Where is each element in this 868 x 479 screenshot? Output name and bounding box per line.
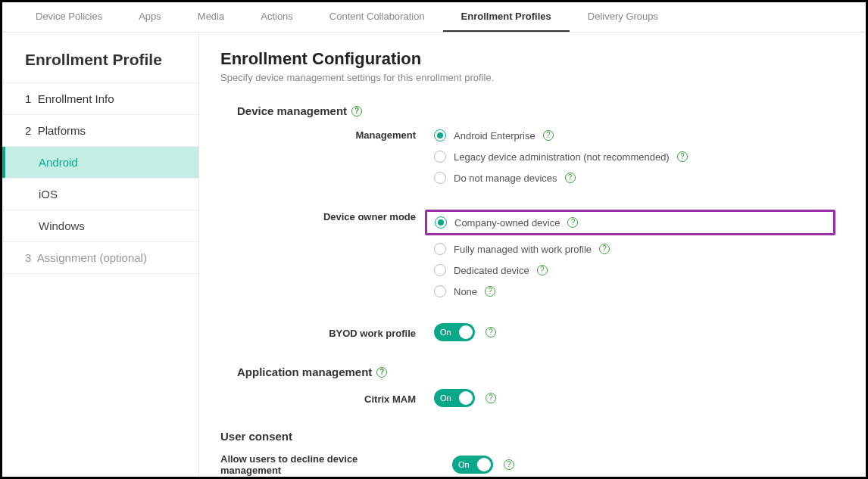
toggle-label: On: [452, 460, 470, 469]
section-application-management: Application management: [237, 365, 835, 378]
help-icon[interactable]: [537, 265, 548, 275]
tab-actions[interactable]: Actions: [242, 2, 311, 32]
radio-icon: [434, 285, 446, 297]
help-icon[interactable]: [543, 130, 554, 141]
step-assignment[interactable]: 3 Assignment (optional): [2, 242, 198, 274]
step-label: Enrollment Info: [38, 92, 114, 105]
section-heading-label: Application management: [237, 365, 372, 378]
toggle-byod[interactable]: On: [434, 323, 475, 341]
radio-label: Company-owned device: [454, 217, 560, 229]
tab-delivery-groups[interactable]: Delivery Groups: [570, 2, 676, 32]
toggle-label: On: [434, 393, 451, 403]
radio-android-enterprise[interactable]: Android Enterprise: [434, 128, 835, 143]
page-title: Enrollment Configuration: [220, 49, 835, 69]
radio-none[interactable]: None: [434, 284, 835, 299]
step-platforms[interactable]: 2 Platforms: [2, 115, 198, 147]
radio-icon: [434, 172, 446, 184]
radio-label: Do not manage devices: [454, 173, 557, 184]
highlight-company-owned: Company-owned device: [425, 210, 835, 235]
section-heading-label: User consent: [220, 430, 292, 443]
help-icon[interactable]: [567, 217, 578, 228]
radio-label: Fully managed with work profile: [454, 244, 592, 255]
help-icon[interactable]: [351, 106, 362, 117]
section-device-management: Device management: [237, 104, 835, 117]
step-num: 1: [25, 92, 31, 105]
help-icon[interactable]: [677, 151, 688, 162]
wizard-sidebar: Enrollment Profile 1 Enrollment Info 2 P…: [2, 33, 199, 477]
label-citrix-mam: Citrix MAM: [220, 392, 434, 405]
step-label: Platforms: [38, 124, 86, 137]
help-icon[interactable]: [485, 286, 495, 297]
label-allow-decline: Allow users to decline device management: [220, 453, 434, 476]
radio-label: Dedicated device: [454, 265, 529, 276]
toggle-allow-decline[interactable]: On: [452, 456, 493, 474]
content-area: Enrollment Configuration Specify device …: [199, 33, 866, 477]
radio-label: Android Enterprise: [454, 130, 535, 142]
toggle-knob: [477, 458, 491, 471]
radio-icon: [435, 216, 447, 229]
radio-fully-managed-wp[interactable]: Fully managed with work profile: [434, 241, 835, 257]
radio-icon: [434, 129, 446, 142]
step-num: 3: [25, 251, 31, 264]
help-icon[interactable]: [486, 327, 496, 337]
toggle-label: On: [434, 328, 451, 337]
help-icon[interactable]: [376, 367, 387, 378]
help-icon[interactable]: [565, 173, 576, 183]
platform-android[interactable]: Android: [2, 147, 198, 179]
label-management: Management: [220, 128, 434, 141]
label-byod: BYOD work profile: [220, 326, 434, 339]
tab-apps[interactable]: Apps: [120, 2, 180, 32]
toggle-citrix-mam[interactable]: On: [434, 389, 475, 407]
step-enrollment-info[interactable]: 1 Enrollment Info: [2, 83, 198, 115]
platform-windows[interactable]: Windows: [2, 210, 198, 242]
step-num: 2: [25, 124, 31, 137]
platform-ios[interactable]: iOS: [2, 179, 198, 210]
help-icon[interactable]: [599, 244, 610, 254]
tab-device-policies[interactable]: Device Policies: [17, 2, 120, 32]
radio-label: Legacy device administration (not recomm…: [454, 151, 670, 163]
section-user-consent: User consent: [220, 430, 835, 443]
tab-media[interactable]: Media: [180, 2, 242, 32]
toggle-knob: [459, 325, 473, 339]
tab-enrollment-profiles[interactable]: Enrollment Profiles: [443, 2, 570, 32]
radio-dedicated-device[interactable]: Dedicated device: [434, 263, 835, 278]
radio-legacy-admin[interactable]: Legacy device administration (not recomm…: [434, 149, 835, 164]
help-icon[interactable]: [504, 459, 514, 470]
radio-company-owned[interactable]: Company-owned device: [435, 216, 578, 229]
help-icon[interactable]: [486, 393, 496, 403]
section-heading-label: Device management: [237, 104, 347, 117]
sidebar-title: Enrollment Profile: [2, 51, 198, 83]
radio-do-not-manage[interactable]: Do not manage devices: [434, 170, 835, 185]
radio-label: None: [454, 286, 477, 297]
radio-icon: [434, 264, 446, 276]
radio-icon: [434, 151, 446, 163]
page-subtitle: Specify device management settings for t…: [220, 72, 835, 83]
step-label: Assignment (optional): [37, 251, 147, 264]
tab-content-collaboration[interactable]: Content Collaboration: [311, 2, 443, 32]
radio-icon: [434, 243, 446, 255]
label-owner-mode: Device owner mode: [220, 210, 434, 222]
top-nav: Device Policies Apps Media Actions Conte…: [2, 2, 866, 33]
toggle-knob: [459, 391, 473, 405]
